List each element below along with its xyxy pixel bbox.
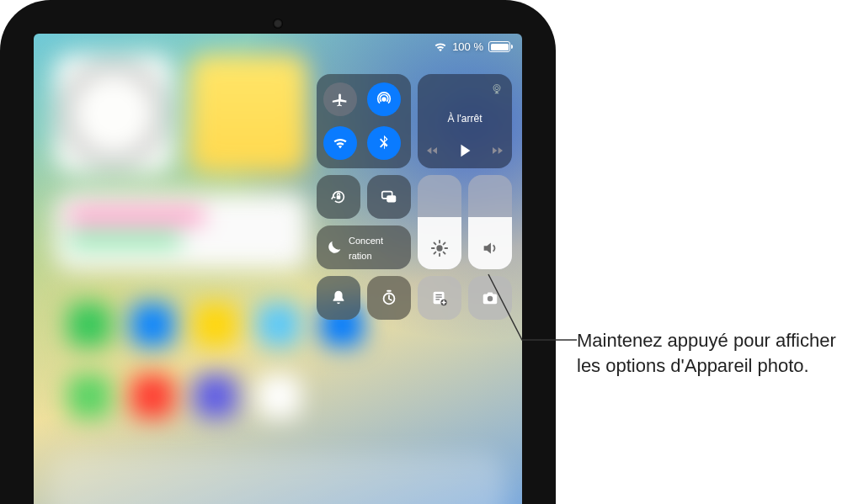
battery-icon xyxy=(488,41,510,52)
ipad-frame: 100 % xyxy=(0,0,556,504)
timer-icon xyxy=(380,289,398,307)
svg-rect-3 xyxy=(337,195,341,199)
forward-icon[interactable] xyxy=(491,144,504,157)
svg-point-0 xyxy=(381,97,387,102)
moon-icon xyxy=(325,238,344,257)
media-title: À l'arrêt xyxy=(448,113,482,125)
bluetooth-icon xyxy=(375,134,393,152)
focus-button[interactable]: Concent ration xyxy=(317,225,411,269)
brightness-slider[interactable] xyxy=(418,175,461,269)
wifi-icon xyxy=(331,134,349,152)
battery-percent: 100 % xyxy=(452,40,483,53)
svg-rect-5 xyxy=(387,195,396,202)
callout-text: Maintenez appuyé pour afficher les optio… xyxy=(577,328,838,378)
airplane-mode-toggle[interactable] xyxy=(323,82,357,116)
volume-icon xyxy=(481,239,499,257)
airplay-icon[interactable] xyxy=(490,82,504,96)
wifi-toggle[interactable] xyxy=(323,126,357,160)
airdrop-icon xyxy=(375,90,393,109)
connectivity-group[interactable] xyxy=(317,74,411,168)
callout-leader-line xyxy=(488,274,577,342)
screen-mirroring-icon xyxy=(380,188,398,206)
volume-slider[interactable] xyxy=(468,175,512,269)
focus-label: Concent ration xyxy=(349,232,383,263)
wifi-status-icon xyxy=(434,42,447,52)
play-icon[interactable] xyxy=(456,141,474,160)
airdrop-toggle[interactable] xyxy=(367,82,401,116)
media-tile[interactable]: À l'arrêt xyxy=(418,74,512,168)
screen-mirroring-button[interactable] xyxy=(367,175,411,219)
silent-mode-button[interactable] xyxy=(317,276,360,320)
bell-icon xyxy=(329,289,348,307)
rotation-lock-button[interactable] xyxy=(317,175,360,219)
airplane-icon xyxy=(331,90,349,109)
quicknote-button[interactable] xyxy=(418,276,461,320)
status-bar: 100 % xyxy=(434,40,510,53)
quicknote-icon xyxy=(430,289,449,307)
svg-point-2 xyxy=(493,85,500,92)
timer-button[interactable] xyxy=(367,276,411,320)
bluetooth-toggle[interactable] xyxy=(367,126,401,160)
brightness-icon xyxy=(430,239,449,257)
svg-point-1 xyxy=(495,87,498,90)
ipad-screen: 100 % xyxy=(34,34,522,504)
rotation-lock-icon xyxy=(329,188,348,206)
rewind-icon[interactable] xyxy=(425,144,439,157)
control-center: À l'arrêt xyxy=(310,74,512,320)
svg-point-6 xyxy=(436,245,442,251)
